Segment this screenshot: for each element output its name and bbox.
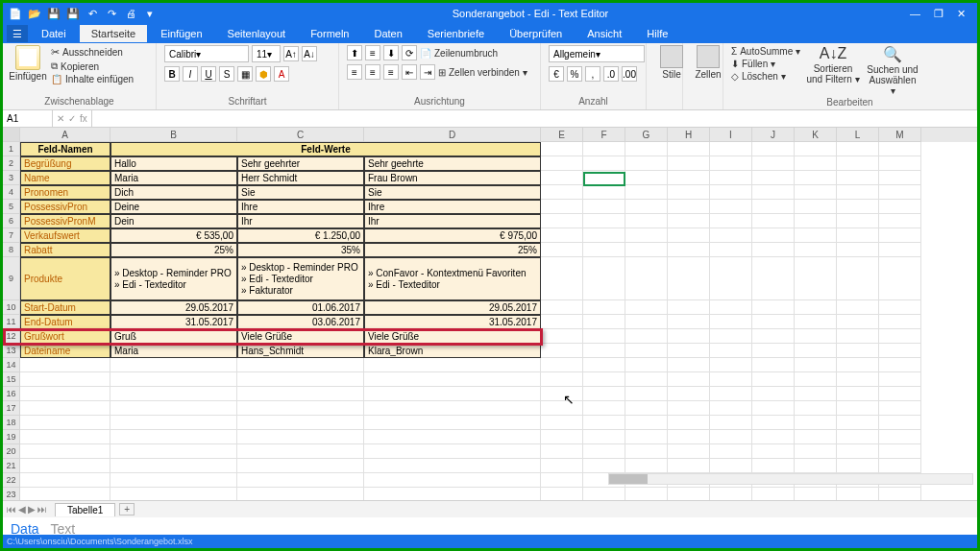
table-cell[interactable]: » Desktop - Reminder PRO» Edi - Textedit… bbox=[237, 257, 364, 300]
table-cell[interactable]: PossessivPron bbox=[20, 200, 110, 214]
col-header[interactable]: L bbox=[837, 128, 879, 142]
new-icon[interactable]: 📄 bbox=[9, 7, 22, 20]
row-header[interactable]: 2 bbox=[3, 156, 20, 171]
table-cell[interactable]: Sie bbox=[364, 185, 541, 200]
table-cell[interactable]: 25% bbox=[364, 243, 541, 257]
align-left-button[interactable]: ≡ bbox=[347, 64, 362, 80]
table-cell[interactable]: Name bbox=[20, 171, 110, 185]
find-select-button[interactable]: 🔍 Suchen und Auswählen ▾ bbox=[866, 45, 919, 96]
increase-decimal-button[interactable]: .0 bbox=[603, 66, 619, 82]
select-all-corner[interactable] bbox=[3, 128, 20, 142]
font-name-select[interactable]: Calibri ▾ bbox=[164, 45, 249, 62]
indent-right-button[interactable]: ⇥ bbox=[420, 64, 435, 80]
table-cell[interactable]: Deine bbox=[110, 200, 237, 214]
tab-hilfe[interactable]: Hilfe bbox=[635, 25, 679, 42]
sheet-tab-tabelle1[interactable]: Tabelle1 bbox=[55, 503, 115, 516]
row-header[interactable]: 4 bbox=[3, 185, 20, 200]
saveall-icon[interactable]: 💾 bbox=[66, 7, 80, 20]
font-size-select[interactable]: 11 ▾ bbox=[252, 45, 281, 62]
undo-icon[interactable]: ↶ bbox=[86, 7, 99, 20]
col-header[interactable]: F bbox=[583, 128, 625, 142]
save-icon[interactable]: 💾 bbox=[47, 7, 61, 20]
border-button[interactable]: ▦ bbox=[237, 66, 253, 82]
table-cell[interactable]: Maria bbox=[110, 344, 237, 358]
col-header[interactable]: I bbox=[710, 128, 752, 142]
table-cell[interactable]: Hallo bbox=[110, 156, 237, 171]
tab-formeln[interactable]: Formeln bbox=[299, 25, 360, 42]
table-cell[interactable]: Dich bbox=[110, 185, 237, 200]
row-header[interactable]: 1 bbox=[3, 142, 20, 156]
open-icon[interactable]: 📂 bbox=[28, 7, 41, 20]
table-cell[interactable]: Start-Datum bbox=[20, 300, 110, 315]
row-header[interactable]: 20 bbox=[3, 444, 20, 459]
align-top-button[interactable]: ⬆ bbox=[347, 45, 362, 60]
table-cell[interactable]: Maria bbox=[110, 171, 237, 185]
table-cell[interactable]: 31.05.2017 bbox=[364, 315, 541, 329]
row-header[interactable]: 10 bbox=[3, 300, 20, 315]
wrap-text-button[interactable]: 📄 Zeilenumbruch bbox=[420, 45, 498, 60]
increase-font-button[interactable]: A↑ bbox=[283, 46, 299, 61]
italic-button[interactable]: I bbox=[183, 66, 198, 82]
table-cell[interactable]: Ihr bbox=[364, 214, 541, 228]
file-menu-icon[interactable]: ☰ bbox=[7, 25, 28, 42]
maximize-button[interactable]: ❐ bbox=[934, 8, 943, 20]
col-header[interactable]: G bbox=[625, 128, 668, 142]
cell-grid[interactable]: Feld-Namen Feld-Werte BegrüßungHalloSehr… bbox=[20, 142, 977, 516]
autosum-button[interactable]: Σ AutoSumme ▾ bbox=[731, 45, 800, 58]
merge-cells-button[interactable]: ⊞ Zellen verbinden ▾ bbox=[438, 64, 527, 80]
table-cell[interactable]: 31.05.2017 bbox=[110, 315, 237, 329]
row-header[interactable]: 13 bbox=[3, 344, 20, 358]
table-cell[interactable]: Sehr geehrte bbox=[364, 156, 541, 171]
col-header[interactable]: J bbox=[752, 128, 795, 142]
cancel-formula-icon[interactable]: ✕ bbox=[57, 113, 64, 124]
row-header[interactable]: 12 bbox=[3, 329, 20, 344]
row-header[interactable]: 18 bbox=[3, 416, 20, 430]
header-cell[interactable]: Feld-Werte bbox=[110, 142, 541, 156]
number-format-select[interactable]: Allgemein ▾ bbox=[549, 45, 645, 62]
table-cell[interactable]: Produkte bbox=[20, 257, 110, 300]
table-cell[interactable]: Sie bbox=[237, 185, 364, 200]
table-cell[interactable]: Pronomen bbox=[20, 185, 110, 200]
tab-serienbriefe[interactable]: Serienbriefe bbox=[416, 25, 496, 42]
table-cell[interactable]: 29.05.2017 bbox=[110, 300, 237, 315]
tab-ansicht[interactable]: Ansicht bbox=[576, 25, 633, 42]
col-header[interactable]: K bbox=[795, 128, 837, 142]
table-cell[interactable]: Rabatt bbox=[20, 243, 110, 257]
row-header[interactable]: 9 bbox=[3, 257, 20, 300]
row-header[interactable]: 5 bbox=[3, 200, 20, 214]
cut-button[interactable]: Ausschneiden bbox=[51, 45, 134, 60]
col-header[interactable]: B bbox=[110, 128, 237, 142]
col-header[interactable]: E bbox=[541, 128, 583, 142]
horizontal-scrollbar[interactable] bbox=[608, 473, 973, 487]
clear-button[interactable]: ◇ Löschen ▾ bbox=[731, 70, 800, 83]
table-cell[interactable]: Dateiname bbox=[20, 344, 110, 358]
tab-datei[interactable]: Datei bbox=[30, 25, 78, 42]
align-middle-button[interactable]: ≡ bbox=[365, 45, 380, 60]
table-cell[interactable]: Frau Brown bbox=[364, 171, 541, 185]
table-cell[interactable]: 01.06.2017 bbox=[237, 300, 364, 315]
tab-next-icon[interactable]: ▶ bbox=[28, 504, 36, 515]
table-cell[interactable]: Dein bbox=[110, 214, 237, 228]
table-cell[interactable]: € 975,00 bbox=[364, 228, 541, 243]
table-cell[interactable]: Hans_Schmidt bbox=[237, 344, 364, 358]
fx-icon[interactable]: fx bbox=[80, 113, 87, 124]
tab-prev-icon[interactable]: ◀ bbox=[18, 504, 26, 515]
minimize-button[interactable]: — bbox=[910, 8, 920, 20]
header-cell[interactable]: Feld-Namen bbox=[20, 142, 110, 156]
indent-left-button[interactable]: ⇤ bbox=[402, 64, 417, 80]
copy-button[interactable]: Kopieren bbox=[51, 60, 134, 73]
table-cell[interactable]: Verkaufswert bbox=[20, 228, 110, 243]
row-header[interactable]: 3 bbox=[3, 171, 20, 185]
table-cell[interactable]: € 1.250,00 bbox=[237, 228, 364, 243]
accept-formula-icon[interactable]: ✓ bbox=[68, 113, 76, 124]
print-icon[interactable]: 🖨 bbox=[124, 7, 137, 20]
currency-button[interactable] bbox=[549, 66, 564, 82]
table-cell[interactable]: » ConFavor - Kontextmenü Favoriten» Edi … bbox=[364, 257, 541, 300]
tab-seitenlayout[interactable]: Seitenlayout bbox=[216, 25, 298, 42]
add-sheet-button[interactable]: + bbox=[119, 503, 135, 515]
close-button[interactable]: ✕ bbox=[957, 8, 966, 20]
name-box[interactable]: A1 bbox=[3, 110, 53, 127]
table-cell[interactable]: Gruß bbox=[110, 329, 237, 344]
fill-color-button[interactable]: ⬢ bbox=[256, 66, 271, 82]
row-header[interactable]: 15 bbox=[3, 372, 20, 387]
